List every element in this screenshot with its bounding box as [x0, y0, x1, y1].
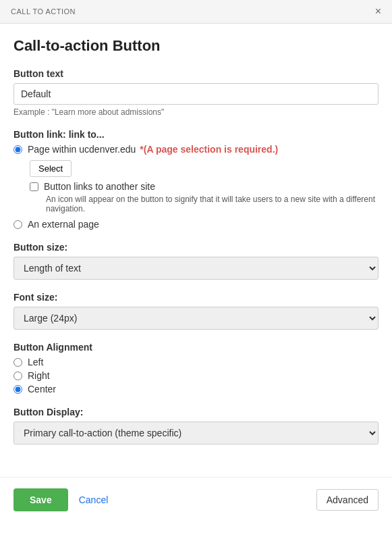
font-size-group: Font size: Small (14px) Medium (18px) La…: [13, 292, 379, 330]
modal-footer: Save Cancel Advanced: [0, 477, 392, 522]
modal-container: CALL TO ACTION × Call-to-action Button B…: [0, 0, 392, 535]
button-alignment-group: Button Alignment Left Right Center: [13, 342, 379, 394]
button-text-group: Button text Example : "Learn more about …: [13, 68, 379, 117]
font-size-label: Font size:: [13, 292, 379, 303]
save-button[interactable]: Save: [13, 488, 68, 511]
close-icon[interactable]: ×: [375, 5, 381, 18]
radio-external-page[interactable]: [13, 220, 22, 229]
advanced-button[interactable]: Advanced: [316, 489, 379, 511]
button-size-select[interactable]: Length of text Full width Custom: [13, 257, 379, 280]
modal-body: Call-to-action Button Button text Exampl…: [0, 24, 392, 470]
radio-row-external: An external page: [13, 219, 379, 230]
select-page-button[interactable]: Select: [30, 160, 72, 177]
align-right-label: Right: [28, 370, 50, 381]
modal-header: CALL TO ACTION ×: [0, 0, 392, 24]
radio-row-page-within: Page within ucdenver.edu *(A page select…: [13, 144, 379, 155]
radio-external-page-label: An external page: [28, 219, 99, 230]
radio-page-within-label: Page within ucdenver.edu: [28, 144, 136, 155]
button-text-label: Button text: [13, 68, 379, 79]
button-size-label: Button size:: [13, 242, 379, 253]
page-title: Call-to-action Button: [13, 37, 379, 55]
alignment-row-center: Center: [13, 384, 379, 394]
alignment-row-right: Right: [13, 370, 379, 381]
button-link-group: Button link: link to... Page within ucde…: [13, 129, 379, 230]
button-size-group: Button size: Length of text Full width C…: [13, 242, 379, 280]
align-center-label: Center: [28, 384, 56, 394]
checkbox-row-another-site: Button links to another site: [30, 181, 379, 192]
align-left-label: Left: [28, 357, 43, 367]
modal-header-title: CALL TO ACTION: [11, 7, 76, 16]
radio-page-within[interactable]: [13, 145, 22, 154]
button-display-group: Button Display: Primary call-to-action (…: [13, 407, 379, 444]
alignment-options: Left Right Center: [13, 357, 379, 394]
radio-align-left[interactable]: [13, 358, 22, 367]
radio-align-right[interactable]: [13, 372, 22, 380]
button-alignment-label: Button Alignment: [13, 342, 379, 353]
checkbox-another-site-label: Button links to another site: [44, 181, 155, 192]
alignment-row-left: Left: [13, 357, 379, 367]
button-display-label: Button Display:: [13, 407, 379, 417]
radio-align-center[interactable]: [13, 385, 22, 394]
button-text-input[interactable]: [13, 83, 379, 105]
required-message: *(A page selection is required.): [140, 144, 278, 155]
button-text-hint: Example : "Learn more about admissions": [13, 107, 379, 117]
cancel-button[interactable]: Cancel: [79, 494, 109, 505]
checkbox-another-site[interactable]: [30, 182, 38, 191]
button-display-select[interactable]: Primary call-to-action (theme specific) …: [13, 422, 379, 444]
font-size-select[interactable]: Small (14px) Medium (18px) Large (24px) …: [13, 307, 379, 330]
button-link-label: Button link: link to...: [13, 129, 379, 140]
checkbox-note: An icon will appear on the button to sig…: [46, 195, 379, 213]
